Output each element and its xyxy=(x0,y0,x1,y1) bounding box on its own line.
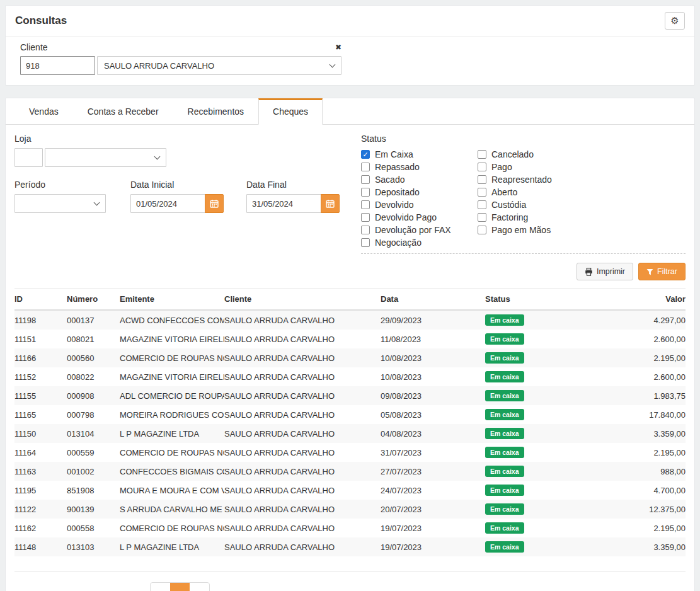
cell-valor: 4.297,00 xyxy=(599,310,686,330)
status-option-negociacao[interactable]: Negociação xyxy=(361,236,478,249)
checkbox-unchecked[interactable] xyxy=(478,213,486,222)
table-row[interactable]: 11164000559COMERCIO DE ROUPAS NOV…SAULO … xyxy=(14,443,686,462)
status-option-custodia[interactable]: Custódia xyxy=(478,198,686,211)
cell-id: 11165 xyxy=(14,405,67,424)
status-option-label: Cancelado xyxy=(491,149,534,159)
checkbox-unchecked[interactable] xyxy=(361,238,370,247)
data-final-input[interactable] xyxy=(246,194,321,213)
client-select[interactable]: SAULO ARRUDA CARVALHO xyxy=(97,56,341,75)
table-row[interactable]: 11166000560COMERCIO DE ROUPAS NOV…SAULO … xyxy=(14,348,686,367)
cell-data: 19/07/2023 xyxy=(381,537,485,556)
status-option-sacado[interactable]: Sacado xyxy=(361,173,478,186)
client-filter-section: Cliente ✖ SAULO ARRUDA CARVALHO xyxy=(6,37,694,85)
cell-numero: 000137 xyxy=(67,310,120,330)
table-row[interactable]: 11150013104L P MAGAZINE LTDASAULO ARRUDA… xyxy=(14,424,686,443)
cell-cliente: SAULO ARRUDA CARVALHO xyxy=(224,462,381,481)
status-option-label: Sacado xyxy=(375,175,405,185)
settings-button[interactable]: ⚙ xyxy=(665,12,685,30)
status-cell: Em caixa xyxy=(485,310,599,330)
table-row[interactable]: 11151008021MAGAZINE VITORIA EIRELI MESAU… xyxy=(14,330,686,348)
table-row[interactable]: 11152008022MAGAZINE VITORIA EIRELI MESAU… xyxy=(14,367,686,386)
status-option-devolvido-pago[interactable]: Devolvido Pago xyxy=(361,211,478,224)
cell-valor: 4.700,00 xyxy=(599,481,686,500)
cell-valor: 988,00 xyxy=(599,462,686,481)
checkbox-unchecked[interactable] xyxy=(478,150,486,159)
status-option-depositado[interactable]: Depositado xyxy=(361,186,478,198)
pagination-prev-button[interactable]: ‹ xyxy=(151,583,170,591)
status-option-devolvido[interactable]: Devolvido xyxy=(361,198,478,211)
status-option-factoring[interactable]: Factoring xyxy=(478,211,686,224)
column-header-cliente: Cliente xyxy=(224,289,381,311)
client-code-input[interactable] xyxy=(20,56,95,75)
loja-code-input[interactable] xyxy=(14,148,43,167)
cell-data: 11/08/2023 xyxy=(381,330,485,348)
status-option-cancelado[interactable]: Cancelado xyxy=(478,148,686,161)
table-row[interactable]: 11163001002CONFECCOES BIGMAIS COM…SAULO … xyxy=(14,462,686,481)
cell-id: 11163 xyxy=(14,462,67,481)
periodo-select[interactable] xyxy=(14,194,106,213)
cell-cliente: SAULO ARRUDA CARVALHO xyxy=(224,500,381,519)
status-cell: Em caixa xyxy=(485,330,599,348)
checkbox-unchecked[interactable] xyxy=(361,188,370,197)
status-option-aberto[interactable]: Aberto xyxy=(478,186,686,198)
table-row[interactable]: 11155000908ADL COMERCIO DE ROUPAS …SAULO… xyxy=(14,386,686,405)
checkbox-unchecked[interactable] xyxy=(478,175,486,184)
status-option-reapresentado[interactable]: Reapresentado xyxy=(478,173,686,186)
cell-data: 05/08/2023 xyxy=(381,405,485,424)
status-option-devolucao-por-fax[interactable]: Devolução por FAX xyxy=(361,224,478,236)
imprimir-label: Imprimir xyxy=(597,267,625,276)
status-option-em-caixa[interactable]: ✓Em Caixa xyxy=(361,148,478,161)
checkbox-checked[interactable]: ✓ xyxy=(361,150,370,159)
table-row[interactable]: 11148013103L P MAGAZINE LTDASAULO ARRUDA… xyxy=(14,537,686,556)
close-icon[interactable]: ✖ xyxy=(335,43,341,52)
periodo-label: Período xyxy=(14,180,106,190)
data-inicial-input[interactable] xyxy=(130,194,205,213)
status-cell: Em caixa xyxy=(485,386,599,405)
table-row[interactable]: 11165000798MOREIRA RODRIGUES COME…SAULO … xyxy=(14,405,686,424)
status-cell: Em caixa xyxy=(485,519,599,537)
checkbox-unchecked[interactable] xyxy=(361,163,370,171)
tab-recebimentos[interactable]: Recebimentos xyxy=(173,98,259,125)
actions-bar: Imprimir Filtrar xyxy=(14,263,686,280)
cell-valor: 12.375,00 xyxy=(599,500,686,519)
cell-id: 11155 xyxy=(14,386,67,405)
status-label: Status xyxy=(361,134,686,144)
status-badge: Em caixa xyxy=(485,541,524,553)
data-inicial-calendar-button[interactable] xyxy=(205,194,224,213)
table-row[interactable]: 11195851908MOURA E MOURA E COM VAR…SAULO… xyxy=(14,481,686,500)
filtrar-label: Filtrar xyxy=(657,267,677,276)
table-row[interactable]: 11198000137ACWD CONFECCOES COMER…SAULO A… xyxy=(14,310,686,330)
cell-valor: 3.359,00 xyxy=(599,537,686,556)
status-option-label: Devolução por FAX xyxy=(375,225,451,235)
status-option-repassado[interactable]: Repassado xyxy=(361,161,478,173)
status-option-label: Pago em Mãos xyxy=(491,225,551,235)
pagination-next-button[interactable]: › xyxy=(190,583,209,591)
table-row[interactable]: 11162000558COMERCIO DE ROUPAS NOV…SAULO … xyxy=(14,519,686,537)
checkbox-unchecked[interactable] xyxy=(478,188,486,197)
status-option-pago-em-maos[interactable]: Pago em Mãos xyxy=(478,224,686,236)
checkbox-unchecked[interactable] xyxy=(478,226,486,234)
loja-select[interactable] xyxy=(45,148,166,167)
tab-cheques[interactable]: Cheques xyxy=(258,98,323,125)
status-cell: Em caixa xyxy=(485,462,599,481)
tab-vendas[interactable]: Vendas xyxy=(14,98,73,125)
filtrar-button[interactable]: Filtrar xyxy=(638,263,686,280)
status-filter-section: Status ✓Em CaixaRepassadoSacadoDepositad… xyxy=(361,134,686,254)
checkbox-unchecked[interactable] xyxy=(361,213,370,222)
status-option-pago[interactable]: Pago xyxy=(478,161,686,173)
status-badge: Em caixa xyxy=(485,503,524,515)
tab-contas-a-receber[interactable]: Contas a Receber xyxy=(73,98,173,125)
data-inicial-label: Data Inicial xyxy=(130,180,224,190)
status-options-right: CanceladoPagoReapresentadoAbertoCustódia… xyxy=(478,148,686,249)
imprimir-button[interactable]: Imprimir xyxy=(577,263,633,280)
cell-emitente: COMERCIO DE ROUPAS NOV… xyxy=(120,348,224,367)
checkbox-unchecked[interactable] xyxy=(478,200,486,209)
pagination-page-1[interactable]: 1 xyxy=(170,583,190,591)
checkbox-unchecked[interactable] xyxy=(361,175,370,184)
checkbox-unchecked[interactable] xyxy=(478,163,486,171)
table-row[interactable]: 11122900139S ARRUDA CARVALHO MESAULO ARR… xyxy=(14,500,686,519)
data-final-calendar-button[interactable] xyxy=(321,194,340,213)
cell-data: 19/07/2023 xyxy=(381,519,485,537)
checkbox-unchecked[interactable] xyxy=(361,200,370,209)
checkbox-unchecked[interactable] xyxy=(361,226,370,234)
